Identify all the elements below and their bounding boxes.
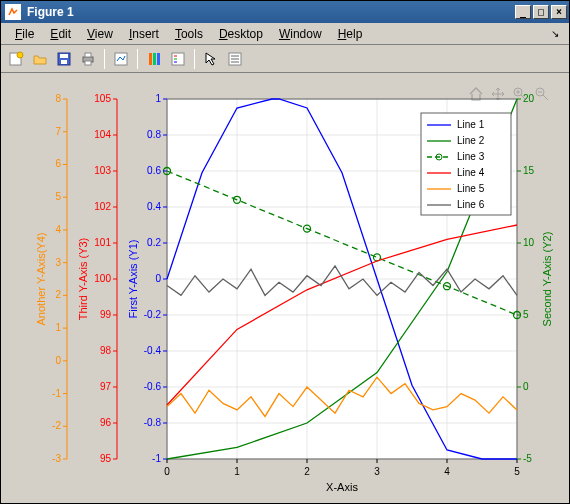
svg-text:Line 6: Line 6 — [457, 199, 485, 210]
svg-text:-0.4: -0.4 — [144, 345, 162, 356]
svg-text:0: 0 — [155, 273, 161, 284]
svg-text:6: 6 — [55, 158, 61, 169]
figure-window: Figure 1 _ □ × File Edit View Insert Too… — [0, 0, 570, 504]
close-button[interactable]: × — [551, 5, 567, 19]
svg-point-1 — [17, 52, 23, 58]
svg-text:5: 5 — [514, 466, 520, 477]
axes-toolbar — [467, 85, 551, 103]
menu-view[interactable]: View — [79, 25, 121, 43]
svg-text:0.4: 0.4 — [147, 201, 161, 212]
svg-text:-2: -2 — [52, 420, 61, 431]
menu-help[interactable]: Help — [330, 25, 371, 43]
svg-text:101: 101 — [94, 237, 111, 248]
svg-text:0: 0 — [164, 466, 170, 477]
print-button[interactable] — [77, 48, 99, 70]
svg-text:3: 3 — [374, 466, 380, 477]
svg-text:7: 7 — [55, 126, 61, 137]
menu-edit[interactable]: Edit — [42, 25, 79, 43]
insert-colorbar-button[interactable] — [143, 48, 165, 70]
svg-text:96: 96 — [100, 417, 112, 428]
plot-area: 012345X-Axis-1-0.8-0.6-0.4-0.200.20.40.6… — [1, 73, 569, 503]
svg-rect-8 — [115, 53, 127, 65]
new-figure-button[interactable] — [5, 48, 27, 70]
edit-plot-button[interactable] — [200, 48, 222, 70]
svg-text:Line 2: Line 2 — [457, 135, 485, 146]
svg-text:First Y-Axis (Y1): First Y-Axis (Y1) — [127, 240, 139, 319]
svg-text:Another Y-Axis(Y4): Another Y-Axis(Y4) — [35, 233, 47, 326]
svg-text:X-Axis: X-Axis — [326, 481, 358, 493]
svg-text:Line 3: Line 3 — [457, 151, 485, 162]
svg-text:-1: -1 — [52, 388, 61, 399]
pan-icon[interactable] — [489, 85, 507, 103]
svg-text:1: 1 — [155, 93, 161, 104]
svg-rect-12 — [172, 53, 184, 65]
svg-text:3: 3 — [55, 257, 61, 268]
svg-text:103: 103 — [94, 165, 111, 176]
menu-file[interactable]: File — [7, 25, 42, 43]
svg-text:1: 1 — [234, 466, 240, 477]
svg-text:Line 4: Line 4 — [457, 167, 485, 178]
svg-text:5: 5 — [523, 309, 529, 320]
svg-text:0: 0 — [55, 355, 61, 366]
menu-insert[interactable]: Insert — [121, 25, 167, 43]
svg-text:-3: -3 — [52, 453, 61, 464]
svg-text:-0.2: -0.2 — [144, 309, 162, 320]
svg-text:15: 15 — [523, 165, 535, 176]
save-button[interactable] — [53, 48, 75, 70]
svg-text:100: 100 — [94, 273, 111, 284]
window-title: Figure 1 — [27, 5, 513, 19]
link-plot-button[interactable] — [110, 48, 132, 70]
svg-text:Second Y-Axis (Y2): Second Y-Axis (Y2) — [541, 232, 553, 327]
svg-rect-11 — [157, 53, 160, 65]
svg-text:10: 10 — [523, 237, 535, 248]
svg-text:-5: -5 — [523, 453, 532, 464]
svg-text:-1: -1 — [152, 453, 161, 464]
open-button[interactable] — [29, 48, 51, 70]
zoom-in-icon[interactable] — [511, 85, 529, 103]
svg-text:-0.6: -0.6 — [144, 381, 162, 392]
svg-text:2: 2 — [55, 289, 61, 300]
menubar: File Edit View Insert Tools Desktop Wind… — [1, 23, 569, 45]
titlebar: Figure 1 _ □ × — [1, 1, 569, 23]
svg-text:0.6: 0.6 — [147, 165, 161, 176]
svg-rect-7 — [85, 61, 91, 65]
svg-line-159 — [521, 95, 526, 100]
svg-rect-4 — [61, 60, 67, 64]
insert-legend-button[interactable] — [167, 48, 189, 70]
svg-text:-0.8: -0.8 — [144, 417, 162, 428]
toolbar — [1, 45, 569, 73]
svg-text:5: 5 — [55, 191, 61, 202]
svg-rect-6 — [85, 53, 91, 57]
svg-text:0.8: 0.8 — [147, 129, 161, 140]
svg-text:99: 99 — [100, 309, 112, 320]
matlab-logo-icon — [5, 4, 21, 20]
minimize-button[interactable]: _ — [515, 5, 531, 19]
svg-text:102: 102 — [94, 201, 111, 212]
svg-text:105: 105 — [94, 93, 111, 104]
open-property-inspector-button[interactable] — [224, 48, 246, 70]
svg-text:1: 1 — [55, 322, 61, 333]
svg-rect-10 — [153, 53, 156, 65]
svg-text:Third Y-Axis (Y3): Third Y-Axis (Y3) — [77, 238, 89, 321]
svg-text:95: 95 — [100, 453, 112, 464]
svg-text:104: 104 — [94, 129, 111, 140]
svg-text:Line 5: Line 5 — [457, 183, 485, 194]
svg-text:8: 8 — [55, 93, 61, 104]
svg-rect-3 — [60, 54, 68, 58]
menu-tools[interactable]: Tools — [167, 25, 211, 43]
menu-desktop[interactable]: Desktop — [211, 25, 271, 43]
menubar-overflow-icon[interactable]: ↘ — [547, 26, 563, 41]
maximize-button[interactable]: □ — [533, 5, 549, 19]
zoom-out-icon[interactable] — [533, 85, 551, 103]
svg-text:98: 98 — [100, 345, 112, 356]
menu-window[interactable]: Window — [271, 25, 330, 43]
home-icon[interactable] — [467, 85, 485, 103]
svg-text:2: 2 — [304, 466, 310, 477]
svg-text:4: 4 — [444, 466, 450, 477]
svg-text:0.2: 0.2 — [147, 237, 161, 248]
svg-text:0: 0 — [523, 381, 529, 392]
chart-svg: 012345X-Axis-1-0.8-0.6-0.4-0.200.20.40.6… — [7, 79, 563, 497]
svg-line-163 — [543, 95, 548, 100]
axes-canvas[interactable]: 012345X-Axis-1-0.8-0.6-0.4-0.200.20.40.6… — [7, 79, 563, 497]
svg-text:Line 1: Line 1 — [457, 119, 485, 130]
